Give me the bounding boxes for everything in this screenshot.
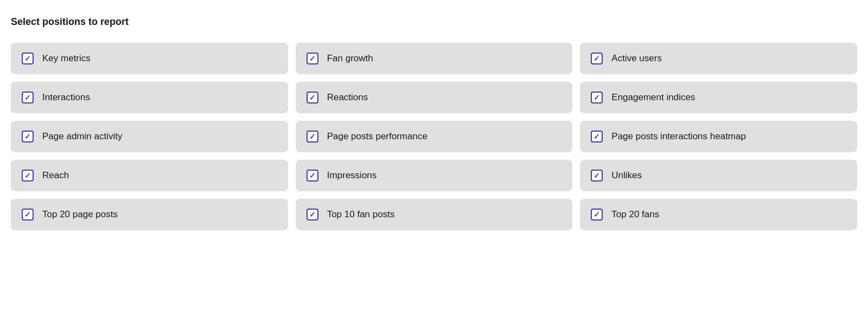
checkbox-item-active-users[interactable]: ✓Active users (580, 43, 857, 74)
checkbox-item-interactions[interactable]: ✓Interactions (11, 82, 288, 113)
checkbox-reactions[interactable]: ✓ (307, 92, 318, 103)
checkmark-page-posts-performance: ✓ (309, 133, 316, 140)
checkbox-item-impressions[interactable]: ✓Impressions (296, 160, 573, 191)
checkbox-item-reactions[interactable]: ✓Reactions (296, 82, 573, 113)
checkbox-unlikes[interactable]: ✓ (591, 170, 603, 181)
checkbox-item-key-metrics[interactable]: ✓Key metrics (11, 43, 288, 74)
checkbox-item-fan-growth[interactable]: ✓Fan growth (296, 43, 573, 74)
label-page-posts-performance: Page posts performance (327, 131, 427, 142)
checkbox-top-20-page-posts[interactable]: ✓ (22, 209, 34, 220)
label-active-users: Active users (611, 53, 662, 64)
label-top-10-fan-posts: Top 10 fan posts (327, 209, 395, 220)
checkbox-key-metrics[interactable]: ✓ (22, 53, 34, 64)
checkbox-item-reach[interactable]: ✓Reach (11, 160, 288, 191)
checkmark-top-20-page-posts: ✓ (24, 211, 31, 218)
label-engagement-indices: Engagement indices (611, 92, 695, 103)
label-impressions: Impressions (327, 170, 377, 181)
checkmark-top-20-fans: ✓ (593, 211, 600, 218)
checkmark-reactions: ✓ (309, 94, 316, 101)
label-interactions: Interactions (42, 92, 90, 103)
checkbox-top-20-fans[interactable]: ✓ (591, 209, 603, 220)
checkbox-engagement-indices[interactable]: ✓ (591, 92, 603, 103)
checkbox-top-10-fan-posts[interactable]: ✓ (307, 209, 318, 220)
checkmark-active-users: ✓ (593, 55, 600, 62)
checkbox-item-top-20-fans[interactable]: ✓Top 20 fans (580, 199, 857, 230)
label-top-20-fans: Top 20 fans (611, 209, 659, 220)
checkmark-unlikes: ✓ (593, 172, 600, 179)
checkmark-engagement-indices: ✓ (593, 94, 600, 101)
checkbox-page-posts-performance[interactable]: ✓ (307, 131, 318, 142)
label-unlikes: Unlikes (611, 170, 642, 181)
checkbox-item-page-posts-interactions-heatmap[interactable]: ✓Page posts interactions heatmap (580, 121, 857, 152)
checkbox-page-posts-interactions-heatmap[interactable]: ✓ (591, 131, 603, 142)
checkbox-item-engagement-indices[interactable]: ✓Engagement indices (580, 82, 857, 113)
label-page-posts-interactions-heatmap: Page posts interactions heatmap (611, 131, 746, 142)
checkbox-interactions[interactable]: ✓ (22, 92, 34, 103)
checkbox-reach[interactable]: ✓ (22, 170, 34, 181)
checkmark-fan-growth: ✓ (309, 55, 316, 62)
checkbox-page-admin-activity[interactable]: ✓ (22, 131, 34, 142)
label-key-metrics: Key metrics (42, 53, 91, 64)
checkbox-item-top-20-page-posts[interactable]: ✓Top 20 page posts (11, 199, 288, 230)
checkmark-interactions: ✓ (24, 94, 31, 101)
checkmark-impressions: ✓ (309, 172, 316, 179)
checkbox-item-page-posts-performance[interactable]: ✓Page posts performance (296, 121, 573, 152)
checkbox-item-page-admin-activity[interactable]: ✓Page admin activity (11, 121, 288, 152)
label-reach: Reach (42, 170, 69, 181)
page-title: Select positions to report (11, 16, 857, 28)
checkmark-top-10-fan-posts: ✓ (309, 211, 316, 218)
positions-grid: ✓Key metrics✓Fan growth✓Active users✓Int… (11, 43, 857, 230)
label-page-admin-activity: Page admin activity (42, 131, 122, 142)
checkmark-page-posts-interactions-heatmap: ✓ (593, 133, 600, 140)
checkbox-impressions[interactable]: ✓ (307, 170, 318, 181)
label-fan-growth: Fan growth (327, 53, 373, 64)
label-reactions: Reactions (327, 92, 368, 103)
checkbox-fan-growth[interactable]: ✓ (307, 53, 318, 64)
checkbox-item-unlikes[interactable]: ✓Unlikes (580, 160, 857, 191)
label-top-20-page-posts: Top 20 page posts (42, 209, 118, 220)
checkbox-item-top-10-fan-posts[interactable]: ✓Top 10 fan posts (296, 199, 573, 230)
checkbox-active-users[interactable]: ✓ (591, 53, 603, 64)
checkmark-page-admin-activity: ✓ (24, 133, 31, 140)
checkmark-reach: ✓ (24, 172, 31, 179)
checkmark-key-metrics: ✓ (24, 55, 31, 62)
